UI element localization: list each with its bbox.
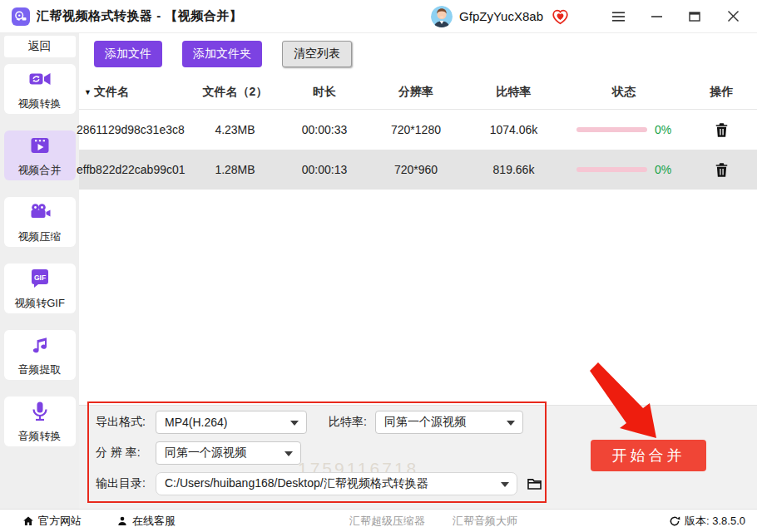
output-dir-select[interactable]: C:/Users/huibang168/Desktop/汇帮视频格式转换器 [156,472,517,495]
sidebar-item-label: 视频压缩 [18,229,62,244]
cell-duration: 00:00:33 [283,123,366,136]
delete-row-button[interactable] [714,161,730,179]
progress-percent: 0% [655,163,671,176]
home-icon [22,515,34,527]
sort-desc-icon: ▼ [84,88,92,96]
export-format-value: MP4(H.264) [165,416,227,429]
sidebar-item-video-convert[interactable]: 视频转换 [4,64,76,114]
trash-icon [715,163,728,177]
minimize-button[interactable] [646,6,667,27]
column-header-duration[interactable]: 时长 [283,85,366,100]
official-site-link[interactable]: 官方网站 [22,510,82,532]
refresh-icon [669,515,680,527]
menu-icon[interactable] [607,6,629,27]
column-header-resolution[interactable]: 分辨率 [366,85,466,100]
output-dir-value: C:/Users/huibang168/Desktop/汇帮视频格式转换器 [165,476,428,491]
start-merge-button[interactable]: 开始合并 [591,440,706,471]
delete-row-button[interactable] [714,121,730,139]
cell-bitrate: 819.66k [466,163,562,176]
cell-resolution: 720*1280 [366,123,466,136]
resolution-select[interactable]: 同第一个源视频 [156,441,301,465]
cell-status: 0% [562,123,686,136]
sidebar-item-audio-convert[interactable]: 音频转换 [4,397,76,446]
cell-action [686,121,757,139]
app-logo-icon [12,7,30,26]
cell-resolution: 720*960 [366,163,466,176]
column-header-filename2[interactable]: 文件名（2） [187,85,283,100]
version-info: 版本: 3.8.5.0 [669,510,745,532]
toolbar: 添加文件 添加文件夹 清空列表 [79,33,757,75]
video-to-gif-icon: GIF [28,267,52,293]
column-header-bitrate[interactable]: 比特率 [466,85,562,100]
sidebar-item-label: 视频转换 [18,96,62,111]
audio-extract-icon [28,333,52,360]
bitrate-label: 比特率: [329,415,375,430]
username[interactable]: GfpZyYucX8ab [459,9,543,23]
back-button[interactable]: 返回 [4,36,76,57]
super-compressor-label: 汇帮超级压缩器 [349,514,425,529]
column-header-status[interactable]: 状态 [562,85,686,100]
person-icon [116,515,128,527]
settings-box: 导出格式: MP4(H.264) 比特率: 同第一个源视频 分 辨 率: 同第一… [87,401,547,503]
sidebar-item-label: 视频合并 [18,163,62,178]
maximize-button[interactable] [684,6,705,27]
sidebar-item-video-to-gif[interactable]: GIF 视频转GIF [4,264,76,313]
bitrate-select[interactable]: 同第一个源视频 [375,411,523,434]
app-window: 汇帮视频格式转换器 - 【视频合并】 GfpZyYucX8ab 返回 [0,0,757,532]
cell-action [686,161,757,179]
online-service-label: 在线客服 [132,514,176,529]
table-row[interactable]: effb822d22cab99c01 1.28MB 00:00:13 720*9… [79,150,757,190]
cell-size: 1.28MB [187,163,283,176]
vip-heart-icon[interactable] [552,8,569,25]
folder-icon [527,477,542,490]
official-site-label: 官方网站 [38,514,82,529]
cell-filename: 2861129d98c31e3c8 [77,123,187,136]
output-dir-label: 输出目录: [96,476,156,491]
main-area: 返回 视频转换 视频合并 视频压缩 [0,33,757,509]
add-file-button[interactable]: 添加文件 [94,41,162,67]
browse-folder-button[interactable] [527,477,542,490]
audio-master-label: 汇帮音频大师 [453,514,517,529]
table-row[interactable]: 2861129d98c31e3c8 4.23MB 00:00:33 720*12… [79,110,757,150]
progress-bar [576,127,647,132]
sidebar-item-label: 音频提取 [18,362,62,377]
cell-status: 0% [562,163,686,176]
super-compressor-link[interactable]: 汇帮超级压缩器 [349,510,425,532]
add-folder-button[interactable]: 添加文件夹 [182,41,262,67]
sidebar-item-label: 音频转换 [18,429,62,444]
app-title: 汇帮视频格式转换器 - 【视频合并】 [37,8,242,24]
column-header-action[interactable]: 操作 [686,85,757,100]
bottom-panel: 1759116718 导出格式: MP4(H.264) 比特率: 同第一个源视频… [79,405,757,509]
version-label: 版本: 3.8.5.0 [685,514,745,529]
sidebar-item-video-merge[interactable]: 视频合并 [4,131,76,180]
video-compress-icon [28,200,52,227]
audio-master-link[interactable]: 汇帮音频大师 [453,510,517,532]
sidebar-item-label: 视频转GIF [14,296,65,311]
titlebar: 汇帮视频格式转换器 - 【视频合并】 GfpZyYucX8ab [0,0,757,33]
bitrate-value: 同第一个源视频 [384,415,466,430]
video-merge-icon [28,134,52,160]
settings-row: 分 辨 率: 同第一个源视频 [96,441,545,465]
export-format-select[interactable]: MP4(H.264) [156,411,307,434]
cell-duration: 00:00:13 [283,163,366,176]
clear-list-button[interactable]: 清空列表 [282,41,352,67]
settings-row: 输出目录: C:/Users/huibang168/Desktop/汇帮视频格式… [96,472,545,495]
statusbar: 官方网站 在线客服 汇帮超级压缩器 汇帮音频大师 版本: 3.8.5.0 [0,509,757,532]
sidebar-item-audio-extract[interactable]: 音频提取 [4,330,76,380]
progress-bar [576,167,647,172]
avatar[interactable] [431,6,453,27]
cell-size: 4.23MB [187,123,283,136]
close-button[interactable] [722,6,744,27]
online-service-link[interactable]: 在线客服 [116,510,176,532]
table-header: ▼文件名 文件名（2） 时长 分辨率 比特率 状态 操作 [79,75,757,110]
resolution-label: 分 辨 率: [96,446,156,461]
sidebar: 返回 视频转换 视频合并 视频压缩 [0,33,79,509]
sidebar-item-video-compress[interactable]: 视频压缩 [4,197,76,247]
progress-percent: 0% [655,123,671,136]
settings-row: 导出格式: MP4(H.264) 比特率: 同第一个源视频 [96,411,545,434]
cell-bitrate: 1074.06k [466,123,562,136]
resolution-value: 同第一个源视频 [165,446,246,461]
svg-text:GIF: GIF [33,273,45,282]
trash-icon [715,123,728,137]
column-header-filename[interactable]: ▼文件名 [79,85,187,100]
